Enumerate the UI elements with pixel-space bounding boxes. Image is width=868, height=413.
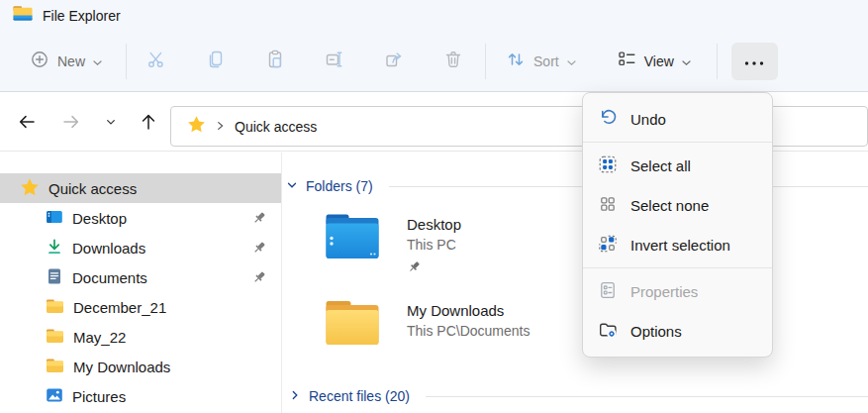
share-icon <box>384 50 404 73</box>
breadcrumb-location[interactable]: Quick access <box>235 119 317 135</box>
invert-selection-icon <box>598 234 618 257</box>
view-button-label: View <box>644 53 674 69</box>
rename-button[interactable] <box>305 40 364 83</box>
quick-access-star-icon <box>187 115 206 138</box>
tile-location: This PC\Documents <box>407 321 530 341</box>
menu-item-undo[interactable]: Undo <box>583 99 772 139</box>
sort-button[interactable]: Sort <box>498 44 584 79</box>
chevron-down-icon <box>93 52 102 70</box>
menu-item-label: Select all <box>630 157 691 174</box>
file-explorer-window: File Explorer New <box>0 0 868 413</box>
sort-arrows-icon <box>506 50 526 73</box>
menu-item-label: Select none <box>630 197 709 214</box>
chevron-down-icon <box>567 52 576 70</box>
download-icon <box>46 238 63 258</box>
window-title: File Explorer <box>43 8 121 24</box>
tile-name: Desktop <box>407 214 461 235</box>
undo-icon <box>598 108 618 131</box>
pin-icon <box>251 240 267 258</box>
desktop-icon <box>46 208 63 229</box>
pin-icon <box>251 210 267 229</box>
sidebar-item-label: Downloads <box>72 240 145 257</box>
recent-locations-chevron[interactable] <box>105 116 117 128</box>
menu-item-label: Undo <box>630 111 666 128</box>
menu-item-label: Invert selection <box>630 237 730 254</box>
sort-button-label: Sort <box>533 53 559 69</box>
chevron-right-icon[interactable] <box>289 388 301 404</box>
blue-folder-icon <box>325 213 382 278</box>
sidebar-item-desktop[interactable]: Desktop <box>0 203 281 233</box>
cut-icon <box>146 50 166 73</box>
sidebar-item-label: December_21 <box>73 299 166 316</box>
tile-location: This PC <box>407 235 461 255</box>
title-bar: File Explorer <box>0 0 868 31</box>
items-view: Folders (7) <box>283 153 868 413</box>
see-more-button[interactable] <box>731 43 778 80</box>
sidebar-item-downloads[interactable]: Downloads <box>0 233 281 262</box>
paste-icon <box>265 50 285 73</box>
menu-item-options[interactable]: Options <box>583 311 772 351</box>
select-all-icon <box>598 155 618 177</box>
pictures-icon <box>46 386 63 407</box>
share-button[interactable] <box>364 40 424 83</box>
forward-button[interactable] <box>61 112 81 132</box>
sidebar-item-label: Documents <box>72 269 147 286</box>
sidebar-item-documents[interactable]: Documents <box>0 262 281 292</box>
pin-icon <box>251 269 267 288</box>
trash-icon <box>443 50 463 73</box>
menu-item-label: Properties <box>630 283 698 300</box>
sidebar-item-label: Desktop <box>72 210 127 227</box>
folder-icon <box>46 328 64 347</box>
folders-section-header[interactable]: Folders (7) <box>283 176 868 196</box>
recent-files-section-header[interactable]: Recent files (20) <box>286 386 868 406</box>
menu-item-invert-selection[interactable]: Invert selection <box>583 225 772 264</box>
sidebar-item-label: My Downloads <box>73 359 170 375</box>
copy-icon <box>206 50 226 73</box>
cut-button[interactable] <box>127 40 186 83</box>
menu-item-select-all[interactable]: Select all <box>583 146 772 185</box>
yellow-folder-icon <box>325 299 382 353</box>
tile-name: My Downloads <box>407 300 530 321</box>
sidebar-item-label: Quick access <box>48 180 137 197</box>
ellipsis-icon <box>743 52 765 70</box>
pin-icon <box>407 259 461 278</box>
sidebar-item-label: Pictures <box>72 388 126 405</box>
menu-item-select-none[interactable]: Select none <box>583 185 772 225</box>
star-icon <box>20 177 40 200</box>
view-button[interactable]: View <box>610 44 699 78</box>
view-list-icon <box>618 50 636 72</box>
menu-separator <box>583 267 772 268</box>
toolbar-divider <box>717 44 718 79</box>
copy-button[interactable] <box>186 40 245 83</box>
menu-separator <box>583 142 772 143</box>
sidebar-item-may-22[interactable]: May_22 <box>0 322 281 352</box>
section-divider <box>426 396 868 397</box>
new-button[interactable]: New <box>26 44 106 79</box>
folder-icon <box>46 358 64 376</box>
recent-files-section-label: Recent files (20) <box>309 388 410 404</box>
delete-button[interactable] <box>424 40 483 83</box>
app-folder-icon <box>13 5 33 26</box>
tile-info: Desktop This PC <box>407 213 461 278</box>
menu-item-properties: Properties <box>583 271 772 311</box>
folders-section-label: Folders (7) <box>306 178 373 194</box>
sidebar-item-label: May_22 <box>73 329 126 346</box>
sidebar-item-pictures[interactable]: Pictures <box>0 381 281 411</box>
plus-circle-icon <box>30 50 49 73</box>
properties-icon <box>598 280 618 303</box>
folder-icon <box>46 298 64 317</box>
sidebar-item-my-downloads[interactable]: My Downloads <box>0 352 281 381</box>
back-button[interactable] <box>17 112 37 132</box>
breadcrumb-chevron-icon <box>216 118 225 136</box>
sidebar-item-quick-access[interactable]: Quick access <box>0 173 281 203</box>
rename-icon <box>325 50 344 73</box>
sidebar-item-december-21[interactable]: December_21 <box>0 292 281 322</box>
up-button[interactable] <box>139 112 158 132</box>
document-icon <box>46 267 63 288</box>
chevron-down-icon[interactable] <box>286 178 298 194</box>
paste-button[interactable] <box>245 40 305 83</box>
new-button-label: New <box>57 53 85 69</box>
options-icon <box>598 320 618 343</box>
menu-item-label: Options <box>630 323 682 340</box>
toolbar-divider <box>485 44 486 79</box>
